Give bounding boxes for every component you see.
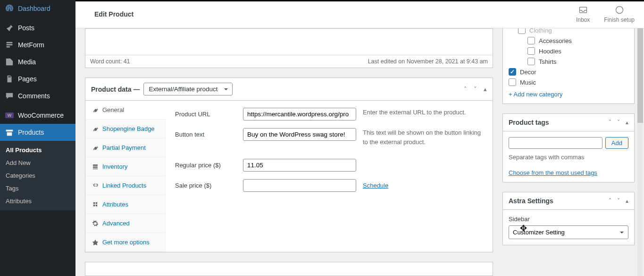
move-down-button[interactable]: ˅	[617, 119, 620, 126]
astra-sidebar-select[interactable]: Customizer Setting	[509, 225, 628, 239]
sidebar-label-metform: MetForm	[18, 41, 44, 49]
category-music[interactable]: Music	[509, 78, 628, 86]
product-tags-title: Product tags	[509, 119, 549, 126]
product-url-label: Product URL	[175, 108, 236, 118]
toggle-panel-button[interactable]: ▴	[626, 119, 628, 126]
comment-icon	[5, 91, 14, 101]
sidebar-sub-categories[interactable]: Categories	[0, 169, 75, 182]
sidebar-label-posts: Posts	[18, 24, 34, 32]
button-text-description: This text will be shown on the button li…	[363, 128, 483, 147]
sidebar-item-woocommerce[interactable]: W WooCommerce	[0, 107, 75, 124]
product-categories-box: Clothing Accessories Hoodies Tshirts Dec…	[502, 28, 635, 104]
tab-advanced[interactable]: Advanced	[85, 214, 165, 233]
checkbox[interactable]	[527, 47, 535, 55]
checkbox[interactable]	[527, 37, 535, 44]
sidebar-item-metform[interactable]: MetForm	[0, 36, 75, 53]
gauge-icon	[5, 4, 14, 13]
tab-label-general: General	[102, 106, 124, 113]
page-header: Edit Product Inbox Finish setup	[75, 0, 644, 28]
tag-input[interactable]	[509, 137, 602, 149]
pages-icon	[5, 74, 14, 84]
product-url-input[interactable]	[243, 108, 356, 121]
tab-attributes[interactable]: Attributes	[85, 195, 165, 214]
sidebar-item-comments[interactable]: Comments	[0, 87, 75, 104]
checkbox[interactable]	[518, 28, 526, 34]
tab-general[interactable]: General	[85, 101, 166, 120]
sale-price-input[interactable]	[243, 179, 356, 192]
sidebar-label-comments: Comments	[18, 92, 50, 100]
sidebar-sub-tags[interactable]: Tags	[0, 182, 75, 195]
svg-rect-0	[579, 7, 586, 13]
last-edited: Last edited on November 28, 2021 at 9:43…	[368, 58, 488, 65]
checkbox[interactable]	[527, 58, 535, 65]
toggle-panel-button[interactable]: ▴	[484, 86, 487, 93]
editor-status-bar: Word count: 41 Last edited on November 2…	[85, 55, 493, 68]
svg-point-1	[616, 6, 623, 13]
inbox-icon	[578, 5, 588, 15]
sidebar-label-pages: Pages	[18, 75, 37, 83]
choose-tags-link[interactable]: Choose from the most used tags	[509, 169, 597, 176]
finish-setup-button[interactable]: Finish setup	[604, 5, 635, 23]
product-tags-box: Product tags ˄˅▴ Add Separate tags with …	[502, 113, 635, 182]
checkbox[interactable]	[509, 78, 516, 86]
sidebar-label-products: Products	[18, 129, 44, 136]
move-down-button[interactable]: ˅	[617, 198, 620, 204]
move-up-button[interactable]: ˄	[609, 119, 611, 126]
schedule-link[interactable]: Schedule	[363, 179, 388, 189]
tab-shopengine-badge[interactable]: Shopengine Badge	[85, 120, 165, 138]
sidebar-sub-all-products[interactable]: All Products	[0, 144, 75, 156]
add-new-category-link[interactable]: + Add new category	[509, 91, 563, 98]
astra-settings-box: Astra Settings ˄˅▴ Sidebar Customizer Se…	[502, 192, 635, 245]
checkbox-checked[interactable]	[509, 68, 516, 76]
product-url-description: Enter the external URL to the product.	[363, 108, 483, 117]
button-text-label: Button text	[175, 128, 236, 138]
tab-label-shopengine: Shopengine Badge	[102, 125, 155, 132]
circle-icon	[615, 5, 624, 15]
regular-price-input[interactable]	[243, 159, 356, 172]
tab-linked-products[interactable]: Linked Products	[85, 176, 165, 195]
category-hoodies[interactable]: Hoodies	[509, 47, 628, 55]
page-title: Edit Product	[85, 10, 134, 18]
category-accessories[interactable]: Accessories	[509, 37, 628, 44]
toggle-panel-button[interactable]: ▴	[626, 198, 628, 204]
tab-label-inventory: Inventory	[102, 163, 127, 170]
button-text-input[interactable]	[243, 128, 356, 141]
product-type-select[interactable]: External/Affiliate product	[143, 83, 233, 95]
category-clothing[interactable]: Clothing	[509, 28, 628, 34]
astra-settings-title: Astra Settings	[509, 197, 553, 205]
woocommerce-icon: W	[5, 111, 14, 120]
product-data-title: Product data —	[91, 86, 140, 93]
sidebar-sub-attributes[interactable]: Attributes	[0, 195, 75, 207]
sidebar-item-dashboard[interactable]: Dashboard	[0, 0, 75, 17]
tag-note: Separate tags with commas	[509, 154, 628, 161]
category-decor[interactable]: Decor	[509, 68, 628, 76]
product-data-tabs: General Shopengine Badge Partial Payment…	[85, 101, 166, 252]
scrollbar-thumb[interactable]	[637, 28, 643, 123]
form-icon	[5, 40, 14, 50]
tab-partial-payment[interactable]: Partial Payment	[85, 138, 165, 157]
tab-get-more[interactable]: Get more options	[85, 233, 165, 252]
move-down-button[interactable]: ˅	[474, 86, 477, 93]
inbox-button[interactable]: Inbox	[576, 5, 590, 23]
sidebar-sub-add-new[interactable]: Add New	[0, 156, 75, 169]
astra-sidebar-label: Sidebar	[509, 216, 628, 223]
move-up-button[interactable]: ˄	[609, 198, 611, 204]
sidebar-label-media: Media	[18, 58, 36, 66]
sidebar-label-dashboard: Dashboard	[18, 5, 50, 12]
editor-body[interactable]	[85, 29, 493, 55]
tab-inventory[interactable]: Inventory	[85, 157, 165, 176]
product-short-description-box	[85, 262, 493, 276]
tab-label-linked: Linked Products	[102, 182, 146, 189]
move-up-button[interactable]: ˄	[464, 86, 467, 93]
tab-label-advanced: Advanced	[102, 220, 130, 227]
sidebar-item-media[interactable]: Media	[0, 53, 75, 70]
admin-sidebar: Dashboard Posts MetForm Media Pages Comm…	[0, 0, 75, 276]
product-data-box: Product data — External/Affiliate produc…	[85, 78, 493, 252]
sidebar-item-products[interactable]: Products	[0, 124, 75, 141]
category-tshirts[interactable]: Tshirts	[509, 58, 628, 65]
add-tag-button[interactable]: Add	[605, 137, 628, 149]
finish-setup-label: Finish setup	[604, 17, 635, 23]
media-icon	[5, 57, 14, 67]
sidebar-item-pages[interactable]: Pages	[0, 70, 75, 87]
sidebar-item-posts[interactable]: Posts	[0, 19, 75, 36]
